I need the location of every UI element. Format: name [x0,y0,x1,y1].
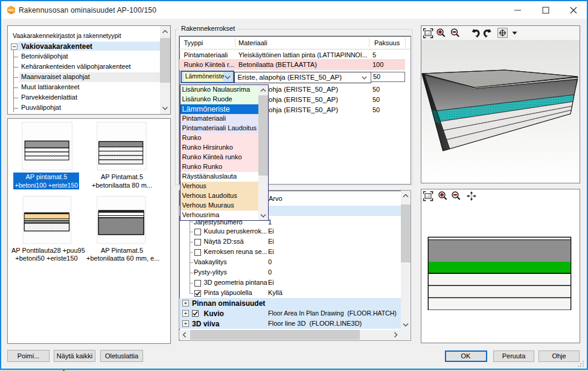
svg-text:BD: BD [8,8,14,12]
